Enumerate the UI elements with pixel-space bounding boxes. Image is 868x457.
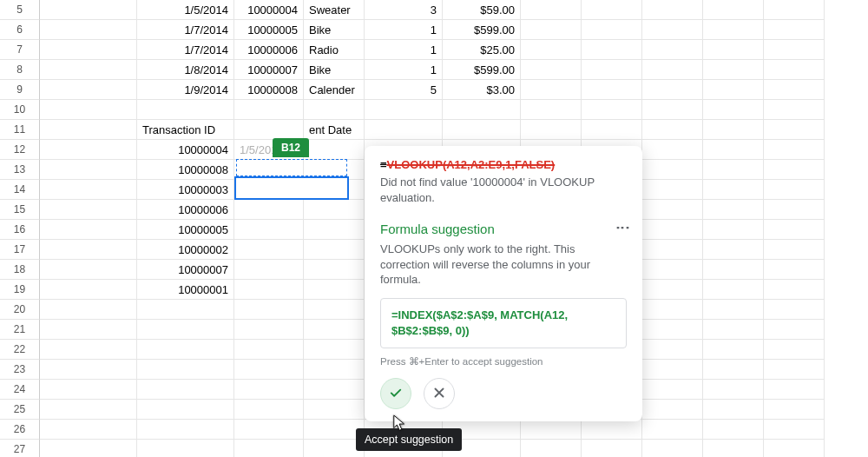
cell[interactable]: 10000002 [137, 240, 234, 260]
cell[interactable] [304, 380, 365, 400]
row-header[interactable]: 26 [0, 420, 40, 440]
cell[interactable] [304, 220, 365, 240]
cell[interactable] [642, 200, 703, 220]
cell[interactable] [521, 80, 582, 100]
row-header[interactable]: 14 [0, 180, 40, 200]
cell[interactable] [703, 260, 764, 280]
cell[interactable] [642, 420, 703, 440]
cell-b13-editing[interactable] [234, 176, 349, 200]
cell[interactable] [304, 260, 365, 280]
cell[interactable] [137, 340, 234, 360]
cell[interactable] [703, 120, 764, 140]
cell[interactable] [764, 280, 825, 300]
cell[interactable] [764, 300, 825, 320]
cell[interactable] [40, 160, 137, 180]
cell[interactable] [582, 120, 642, 140]
cell[interactable] [764, 400, 825, 420]
cell[interactable] [137, 380, 234, 400]
cell[interactable]: 10000007 [137, 260, 234, 280]
cell[interactable]: 1 [365, 60, 443, 80]
cell[interactable] [234, 240, 304, 260]
row-header[interactable]: 8 [0, 60, 40, 80]
cell[interactable]: $3.00 [443, 80, 521, 100]
cell[interactable]: 10000004 [234, 0, 304, 20]
cell[interactable] [764, 160, 825, 180]
cell[interactable] [234, 420, 304, 440]
cell[interactable] [304, 280, 365, 300]
cell[interactable]: Radio [304, 40, 365, 60]
cell[interactable] [764, 340, 825, 360]
cell[interactable] [137, 400, 234, 420]
cell[interactable]: 3 [365, 0, 443, 20]
cell[interactable]: 10000001 [137, 280, 234, 300]
cell[interactable]: $25.00 [443, 40, 521, 60]
cell[interactable]: 1/7/2014 [137, 20, 234, 40]
cell[interactable] [521, 420, 582, 440]
cell[interactable] [642, 80, 703, 100]
cell[interactable] [642, 440, 703, 457]
cell[interactable] [642, 60, 703, 80]
cell[interactable] [234, 280, 304, 300]
cell[interactable] [642, 40, 703, 60]
cell[interactable]: 10000008 [137, 160, 234, 180]
cell[interactable] [304, 140, 365, 160]
cell[interactable] [40, 420, 137, 440]
cell[interactable] [40, 380, 137, 400]
cell[interactable]: 10000004 [137, 140, 234, 160]
cell[interactable] [521, 440, 582, 457]
cell[interactable] [703, 300, 764, 320]
cell[interactable]: Bike [304, 60, 365, 80]
cell[interactable] [703, 140, 764, 160]
cell[interactable] [40, 60, 137, 80]
cell[interactable]: $599.00 [443, 20, 521, 40]
row-header[interactable]: 18 [0, 260, 40, 280]
cell[interactable] [703, 180, 764, 200]
cell[interactable]: 10000007 [234, 60, 304, 80]
cell[interactable] [703, 220, 764, 240]
cell[interactable] [703, 340, 764, 360]
cell[interactable] [703, 0, 764, 20]
row-header[interactable]: 5 [0, 0, 40, 20]
cell[interactable]: 10000005 [234, 20, 304, 40]
cell[interactable] [582, 0, 642, 20]
row-header[interactable]: 13 [0, 160, 40, 180]
cell[interactable] [137, 100, 234, 120]
cell[interactable] [521, 40, 582, 60]
cell[interactable]: Calender [304, 80, 365, 100]
cell[interactable] [764, 60, 825, 80]
cell[interactable] [703, 400, 764, 420]
cell[interactable] [764, 40, 825, 60]
cell[interactable] [582, 60, 642, 80]
cell[interactable] [234, 380, 304, 400]
cell[interactable] [304, 100, 365, 120]
cell[interactable] [703, 160, 764, 180]
cell[interactable] [365, 100, 443, 120]
cell[interactable] [764, 120, 825, 140]
cell[interactable]: 10000008 [234, 80, 304, 100]
row-header[interactable]: 27 [0, 440, 40, 457]
cell[interactable] [582, 100, 642, 120]
cell[interactable] [642, 340, 703, 360]
cell[interactable] [764, 320, 825, 340]
cell[interactable] [703, 100, 764, 120]
cell[interactable] [642, 360, 703, 380]
dismiss-suggestion-button[interactable] [424, 378, 455, 409]
cell[interactable]: 10000003 [137, 180, 234, 200]
cell[interactable] [764, 200, 825, 220]
cell[interactable] [764, 80, 825, 100]
cell[interactable] [40, 280, 137, 300]
row-header[interactable]: 24 [0, 380, 40, 400]
cell[interactable] [642, 400, 703, 420]
cell[interactable] [234, 300, 304, 320]
cell[interactable] [40, 300, 137, 320]
cell[interactable] [703, 420, 764, 440]
cell[interactable] [642, 180, 703, 200]
cell[interactable] [234, 200, 304, 220]
cell[interactable] [365, 120, 443, 140]
cell[interactable] [40, 400, 137, 420]
cell[interactable]: 1/5/2014 [137, 0, 234, 20]
cell[interactable] [40, 360, 137, 380]
cell[interactable] [642, 220, 703, 240]
accept-suggestion-button[interactable] [380, 378, 411, 409]
row-header[interactable]: 16 [0, 220, 40, 240]
